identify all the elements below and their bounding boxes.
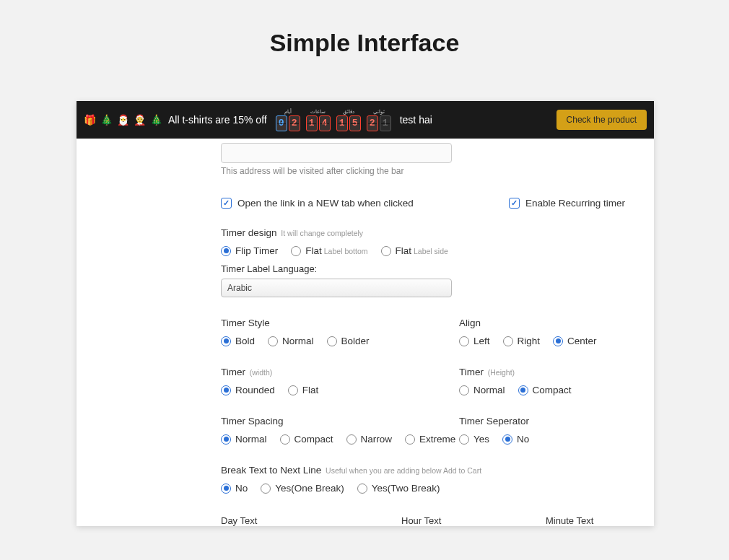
check-product-button[interactable]: Check the product	[556, 110, 647, 130]
timer-design-radios: Flip Timer FlatLabel bottom FlatLabel si…	[221, 245, 654, 256]
timer-height-radios: Normal Compact	[459, 385, 654, 395]
timer-height-label: Timer (Height)	[459, 367, 654, 377]
link-address-hint: This address will be visited after click…	[221, 166, 654, 176]
align-radios: Left Right Center	[459, 336, 654, 346]
radio-break-two[interactable]: Yes(Two Break)	[357, 483, 440, 494]
timer-hours: ساعات 1 4	[306, 109, 331, 131]
timer-hours-label: ساعات	[310, 109, 326, 115]
timer-language-select[interactable]: Arabic	[221, 279, 452, 297]
timer-days: أيام 0 2	[276, 109, 300, 131]
countdown-timer: أيام 0 2 ساعات 1 4 دقائق 1 5	[276, 109, 391, 131]
timer-digit: 1	[306, 115, 318, 131]
timer-digit: 5	[349, 115, 361, 131]
radio-width-rounded[interactable]: Rounded	[221, 385, 275, 395]
text-labels-row: Day Text Hour Text Minute Text	[221, 515, 654, 526]
enable-recurring-checkbox[interactable]	[509, 198, 520, 209]
radio-flat-label-side[interactable]: FlatLabel side	[381, 245, 448, 256]
enable-recurring-checkbox-row: Enable Recurring timer	[509, 198, 625, 209]
radio-height-normal[interactable]: Normal	[459, 385, 505, 395]
break-text-radios: No Yes(One Break) Yes(Two Break)	[221, 483, 654, 494]
timer-language-label: Timer Label Language:	[221, 263, 654, 274]
radio-align-right[interactable]: Right	[503, 336, 541, 346]
timer-separator-radios: Yes No	[459, 434, 654, 445]
timer-separator-label: Timer Seperator	[459, 416, 654, 426]
radio-height-compact[interactable]: Compact	[518, 385, 572, 395]
timer-digit: 1	[380, 115, 391, 131]
radio-align-center[interactable]: Center	[553, 336, 597, 346]
timer-spacing-radios: Normal Compact Narrow Extreme	[221, 434, 459, 445]
open-new-tab-checkbox[interactable]	[221, 198, 232, 209]
gift-icon: 🎁	[84, 114, 96, 126]
radio-spacing-narrow[interactable]: Narrow	[346, 434, 393, 445]
minute-text-label: Minute Text	[546, 515, 593, 526]
timer-digit: 2	[289, 115, 300, 131]
tree-icon: 🎄	[100, 114, 113, 126]
radio-spacing-normal[interactable]: Normal	[221, 434, 267, 445]
enable-recurring-label: Enable Recurring timer	[525, 198, 625, 209]
open-new-tab-label: Open the link in a NEW tab when clicked	[237, 198, 414, 209]
radio-align-left[interactable]: Left	[459, 336, 490, 346]
promo-text: All t-shirts are 15% off	[168, 114, 267, 126]
promo-suffix-text: test hai	[400, 114, 432, 126]
timer-digit: 1	[336, 115, 348, 131]
radio-spacing-compact[interactable]: Compact	[280, 434, 333, 445]
settings-panel: 🎁 🎄 🎅 🤶 🎄 All t-shirts are 15% off أيام …	[77, 101, 654, 526]
hour-text-label: Hour Text	[401, 515, 546, 526]
timer-style-radios: Bold Normal Bolder	[221, 336, 459, 346]
radio-style-bold[interactable]: Bold	[221, 336, 255, 346]
form-area: This address will be visited after click…	[77, 143, 654, 526]
radio-spacing-extreme[interactable]: Extreme	[405, 434, 455, 445]
radio-style-normal[interactable]: Normal	[268, 336, 314, 346]
timer-spacing-label: Timer Spacing	[221, 416, 459, 426]
timer-width-radios: Rounded Flat	[221, 385, 459, 395]
radio-width-flat[interactable]: Flat	[288, 385, 319, 395]
mrs-claus-icon: 🤶	[134, 114, 146, 126]
link-address-input[interactable]	[221, 143, 452, 163]
timer-seconds: ثواني 2 1	[367, 109, 391, 131]
align-label: Align	[459, 318, 654, 328]
radio-flip-timer[interactable]: Flip Timer	[221, 245, 278, 256]
timer-width-label: Timer (width)	[221, 367, 459, 377]
radio-separator-no[interactable]: No	[502, 434, 529, 445]
timer-minutes: دقائق 1 5	[336, 109, 361, 131]
timer-digit: 2	[367, 115, 378, 131]
radio-break-one[interactable]: Yes(One Break)	[261, 483, 344, 494]
timer-days-label: أيام	[284, 109, 292, 115]
tree-icon: 🎄	[150, 114, 162, 126]
timer-digit: 0	[276, 115, 287, 131]
promo-topbar: 🎁 🎄 🎅 🤶 🎄 All t-shirts are 15% off أيام …	[77, 101, 654, 139]
radio-separator-yes[interactable]: Yes	[459, 434, 489, 445]
radio-break-no[interactable]: No	[221, 483, 248, 494]
break-text-label: Break Text to Next Line Useful when you …	[221, 465, 654, 476]
timer-digit: 4	[319, 115, 331, 131]
timer-style-label: Timer Style	[221, 318, 459, 328]
timer-seconds-label: ثواني	[373, 109, 385, 115]
day-text-label: Day Text	[221, 515, 401, 526]
page-title: Simple Interface	[0, 0, 729, 83]
timer-design-label: Timer design It will change completely	[221, 227, 654, 238]
timer-minutes-label: دقائق	[343, 109, 354, 115]
radio-style-bolder[interactable]: Bolder	[327, 336, 370, 346]
open-new-tab-checkbox-row: Open the link in a NEW tab when clicked	[221, 198, 414, 209]
radio-flat-label-bottom[interactable]: FlatLabel bottom	[291, 245, 367, 256]
santa-icon: 🎅	[117, 114, 129, 126]
